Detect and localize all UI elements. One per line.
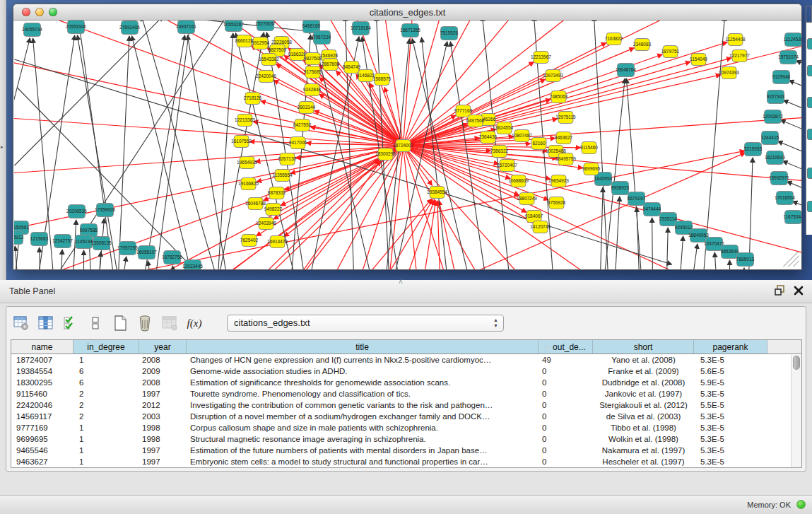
graph-node-label: 8267130 — [278, 156, 297, 161]
graph-node-label: 12975115 — [555, 115, 576, 119]
table-cell: Genome-wide association studies in ADHD. — [187, 366, 539, 378]
graph-node-label: 10974393 — [719, 70, 739, 75]
graph-node-label: 7625402 — [240, 238, 259, 243]
table-row[interactable]: 2242004622012Investigating the contribut… — [11, 400, 790, 411]
graph-node-label: 1215683 — [30, 236, 49, 241]
table-cell: 0 — [539, 366, 593, 378]
graph-node-label: 12403948 — [256, 221, 276, 226]
table-scrollbar[interactable] — [791, 355, 801, 467]
table-settings-button[interactable] — [12, 314, 30, 332]
table-cell: 0 — [539, 378, 593, 389]
graph-node-label: 17957255 — [117, 245, 138, 250]
scrollbar-thumb[interactable] — [793, 356, 800, 370]
status-bar: Memory: OK — [0, 495, 812, 514]
table-cell: 5.3E-5 — [694, 411, 767, 423]
column-header-label: out_de... — [553, 342, 586, 352]
background-window-sliver[interactable] — [806, 6, 812, 239]
splitter-collapse-handle[interactable]: ˄ — [399, 278, 403, 286]
table-row[interactable]: 1872400712008Changes of HCN gene express… — [11, 355, 790, 366]
graph-node-label: 17016504 — [775, 195, 795, 200]
table-cell: Estimation of significance thresholds fo… — [187, 378, 539, 389]
import-table-button[interactable] — [160, 314, 179, 332]
network-canvas[interactable]: 2405573420553346276914062493716110553287… — [14, 21, 801, 269]
table-row[interactable]: 911546021997Tourette syndrome. Phenomeno… — [11, 389, 790, 400]
graph-node-label: 18724007 — [393, 143, 413, 148]
table-cell: Investigating the contribution of common… — [187, 400, 539, 411]
window-titlebar[interactable]: citations_edges.txt — [13, 4, 801, 21]
graph-node-label: 8454749 — [343, 64, 361, 69]
table-row[interactable]: 1938455462009Genome-wide association stu… — [11, 366, 790, 378]
graph-node-label: 24055734 — [22, 27, 42, 32]
table-row[interactable]: 969969511998Structural magnetic resonanc… — [11, 434, 790, 445]
table-cell: 2008 — [139, 355, 187, 366]
table-cell: 22420046 — [11, 400, 73, 411]
column-header-in_degree[interactable]: in_degree — [73, 340, 139, 354]
row-height-button[interactable] — [86, 314, 105, 332]
table-row[interactable]: 1456911722003Disruption of a novel membe… — [11, 411, 790, 423]
graph-node-label: 3215953 — [744, 146, 763, 151]
table-cell: Changes of HCN gene expression and I(f) … — [187, 355, 539, 366]
graph-node-label: 15992971 — [769, 175, 789, 180]
table-cell: Hescheler et al. (1997) — [593, 457, 694, 468]
graph-node-label: 16914479 — [267, 239, 288, 244]
table-cell: 5.3E-5 — [694, 355, 767, 366]
table-cell: Stergiakouli et al. (2012) — [593, 400, 694, 411]
graph-node-label: 9227343 — [767, 94, 785, 99]
resize-grip[interactable] — [784, 251, 799, 267]
table-cell: 2009 — [139, 366, 187, 378]
node-fragment — [807, 38, 812, 49]
table-row[interactable]: 946362711997Embryonic stem cells: a mode… — [11, 457, 790, 468]
selected-network: citations_edges.txt — [234, 317, 310, 328]
table-cell: Dudbridge et al. (2008) — [593, 378, 694, 389]
graph-node-label: 9184067 — [525, 214, 543, 218]
column-header-year[interactable]: year — [139, 340, 187, 354]
table-cell: Disruption of a novel member of a sodium… — [187, 411, 539, 423]
select-column-button[interactable] — [37, 314, 55, 332]
column-header-title[interactable]: title — [187, 340, 539, 354]
graph-node-label: 27691406 — [119, 25, 140, 30]
column-header-short[interactable]: short — [593, 340, 694, 354]
graph-node-label: 9097588 — [80, 228, 98, 233]
column-header-label: short — [634, 342, 653, 352]
column-header-pagerank[interactable]: pagerank — [694, 340, 767, 354]
collapsed-panel-rail[interactable]: ▸ — [0, 0, 6, 280]
graph-node-label: 9245012 — [675, 225, 693, 230]
sort-ascending-icon: △ — [545, 344, 550, 351]
graph-node-label: 9129946 — [772, 74, 791, 79]
graph-node-label: 1546928 — [320, 53, 339, 58]
close-panel-icon[interactable] — [794, 286, 804, 298]
column-header-out_de[interactable]: △out_de... — [539, 340, 593, 354]
delete-table-button[interactable] — [136, 314, 154, 332]
function-builder-button[interactable]: f(x) — [185, 314, 204, 332]
graph-node-label: 2348083 — [633, 42, 652, 47]
table-cell: 0 — [539, 457, 593, 468]
table-cell: 1998 — [139, 434, 187, 445]
graph-node-label: 62160 — [532, 141, 545, 146]
table-cell: 0 — [539, 400, 593, 411]
node-fragment — [807, 129, 812, 140]
table-panel: ˄ Table Panel — [0, 280, 812, 495]
network-table-selector[interactable]: citations_edges.txt ▲▼ — [227, 315, 504, 332]
select-rows-button[interactable] — [61, 314, 80, 332]
column-header-name[interactable]: name — [11, 340, 73, 354]
float-panel-icon[interactable] — [775, 285, 785, 298]
table-cell: 5.3E-5 — [694, 434, 767, 445]
table-cell: Estimation of the future numbers of pati… — [187, 445, 539, 457]
node-fragment — [807, 97, 812, 108]
column-header-label: year — [154, 342, 170, 352]
graph-node-label: 9175685 — [304, 69, 322, 74]
table-row[interactable]: 977716911998Corpus callosum shape and si… — [11, 423, 790, 434]
node-fragment — [807, 65, 812, 76]
table-cell: 1 — [73, 457, 139, 468]
new-table-button[interactable] — [111, 314, 129, 332]
graph-node-label: 7485063 — [550, 94, 568, 99]
table-row[interactable]: 946554611997Estimation of the future num… — [11, 445, 790, 457]
graph-node-label: 19166825 — [238, 181, 259, 186]
table-row[interactable]: 1830029562008Estimation of significance … — [11, 378, 790, 389]
table-cell: 5.3E-5 — [694, 423, 767, 434]
combo-arrows-icon: ▲▼ — [493, 317, 498, 329]
table-cell: Yano et al. (2008) — [593, 355, 694, 366]
table-cell: 0 — [539, 411, 593, 423]
network-view-window[interactable]: citations_edges.txt 2405573 — [13, 4, 802, 270]
graph-node-label: 10553287 — [223, 22, 244, 27]
